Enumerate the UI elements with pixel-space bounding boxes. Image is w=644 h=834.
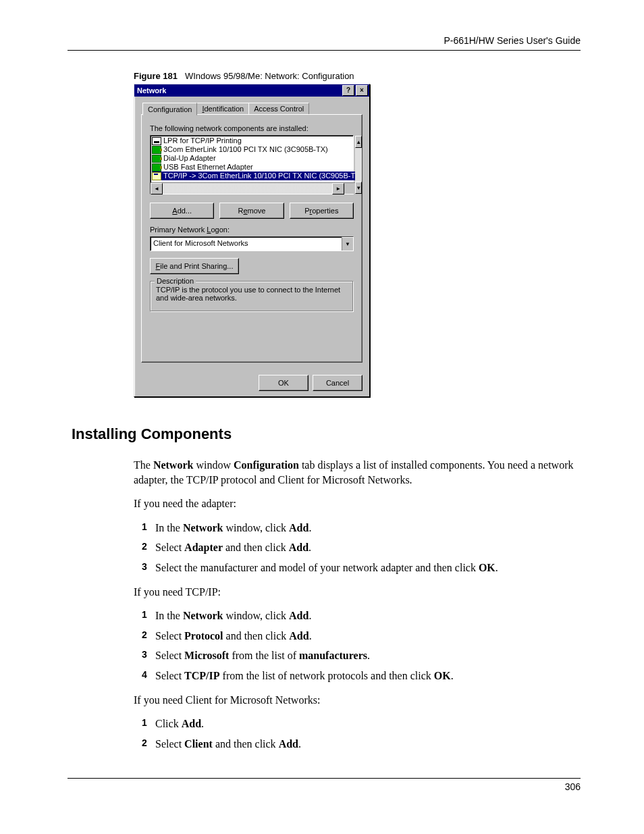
list-item-label: Dial-Up Adapter xyxy=(163,154,216,163)
tab-access-control[interactable]: Access Control xyxy=(248,103,309,115)
document-header: P-661H/HW Series User's Guide xyxy=(68,35,581,50)
vertical-scrollbar[interactable]: ▲ ▼ xyxy=(355,136,362,194)
scroll-up-icon[interactable]: ▲ xyxy=(355,136,362,148)
primary-logon-combo[interactable]: Client for Microsoft Networks ▼ xyxy=(150,236,354,251)
help-icon[interactable]: ? xyxy=(342,85,354,96)
list-item-label: LPR for TCP/IP Printing xyxy=(163,136,242,145)
chevron-down-icon[interactable]: ▼ xyxy=(342,237,353,251)
nic-icon xyxy=(152,155,161,163)
step: 2Select Client and then click Add. xyxy=(142,737,579,752)
step: 1In the Network window, click Add. xyxy=(142,608,579,623)
nic-icon xyxy=(152,163,161,172)
figure-caption-text: WIndows 95/98/Me: Network: Configuration xyxy=(185,71,354,81)
description-group: Description TCP/IP is the protocol you u… xyxy=(150,281,354,312)
page-number: 306 xyxy=(74,781,581,792)
step: 1In the Network window, click Add. xyxy=(142,521,579,536)
close-icon[interactable]: × xyxy=(356,85,368,96)
nic-icon xyxy=(152,146,161,154)
step: 3Select the manufacturer and model of yo… xyxy=(142,561,579,575)
list-item-label: TCP/IP -> 3Com EtherLink 10/100 PCI TX N… xyxy=(163,172,355,180)
scroll-left-icon[interactable]: ◄ xyxy=(151,183,163,194)
step: 2Select Protocol and then click Add. xyxy=(142,629,579,644)
step: 3Select Microsoft from the list of manuf… xyxy=(142,648,579,663)
protocol-icon xyxy=(152,172,161,180)
figure-label: Figure 181 xyxy=(134,71,178,81)
list-item-label: 3Com EtherLink 10/100 PCI TX NIC (3C905B… xyxy=(163,145,328,154)
section-heading: Installing Components xyxy=(72,425,579,443)
remove-button[interactable]: Remove xyxy=(219,203,284,219)
scroll-right-icon[interactable]: ► xyxy=(332,183,344,194)
properties-button[interactable]: Properties xyxy=(290,203,354,219)
adapter-intro: If you need the adapter: xyxy=(134,496,579,511)
document-body: The Network window Configuration tab dis… xyxy=(134,458,579,751)
list-item[interactable]: Dial-Up Adapter xyxy=(152,154,355,163)
adapter-steps: 1In the Network window, click Add. 2Sele… xyxy=(142,521,579,575)
step: 4Select TCP/IP from the list of network … xyxy=(142,669,579,683)
list-item[interactable]: 3Com EtherLink 10/100 PCI TX NIC (3C905B… xyxy=(152,145,355,154)
tab-identification-label: dentification xyxy=(205,105,244,113)
printer-icon xyxy=(152,137,161,145)
list-item[interactable]: USB Fast Ethernet Adapter xyxy=(152,163,355,172)
primary-logon-label: Primary Network Logon: xyxy=(150,226,354,234)
tcpip-steps: 1In the Network window, click Add. 2Sele… xyxy=(142,608,579,683)
dialog-title: Network xyxy=(137,86,166,95)
client-steps: 1Click Add. 2Select Client and then clic… xyxy=(142,716,579,751)
list-item[interactable]: LPR for TCP/IP Printing xyxy=(152,136,355,145)
cancel-button[interactable]: Cancel xyxy=(313,375,363,391)
file-print-sharing-button[interactable]: File and Print Sharing... xyxy=(150,258,239,274)
figure-caption: Figure 181 WIndows 95/98/Me: Network: Co… xyxy=(134,71,579,81)
scroll-track[interactable] xyxy=(355,148,362,182)
titlebar[interactable]: Network ? × xyxy=(134,84,369,97)
add-button[interactable]: Add... xyxy=(150,203,214,219)
step: 2Select Adapter and then click Add. xyxy=(142,540,579,555)
description-legend: Description xyxy=(155,277,196,285)
horizontal-scrollbar[interactable]: ◄ ► xyxy=(151,182,355,194)
scroll-corner xyxy=(344,183,355,194)
components-listbox[interactable]: LPR for TCP/IP Printing 3Com EtherLink 1… xyxy=(150,135,354,194)
intro-paragraph: The Network window Configuration tab dis… xyxy=(134,458,579,487)
scroll-down-icon[interactable]: ▼ xyxy=(355,182,362,194)
combo-value: Client for Microsoft Networks xyxy=(151,237,342,251)
components-label: The following network components are ins… xyxy=(150,124,354,132)
description-text: TCP/IP is the protocol you use to connec… xyxy=(156,286,348,302)
list-item-selected[interactable]: TCP/IP -> 3Com EtherLink 10/100 PCI TX N… xyxy=(152,172,355,180)
list-item-label: USB Fast Ethernet Adapter xyxy=(163,163,253,172)
step: 1Click Add. xyxy=(142,716,579,731)
footer-rule xyxy=(68,778,581,779)
scroll-track[interactable] xyxy=(163,183,332,194)
tab-configuration[interactable]: Configuration xyxy=(142,103,197,115)
tcpip-intro: If you need TCP/IP: xyxy=(134,585,579,600)
tab-identification[interactable]: Identification xyxy=(196,103,249,115)
client-intro: If you need Client for Microsoft Network… xyxy=(134,693,579,708)
header-rule xyxy=(68,50,581,51)
network-dialog: Network ? × Configuration Identification… xyxy=(134,84,370,397)
ok-button[interactable]: OK xyxy=(259,375,308,391)
